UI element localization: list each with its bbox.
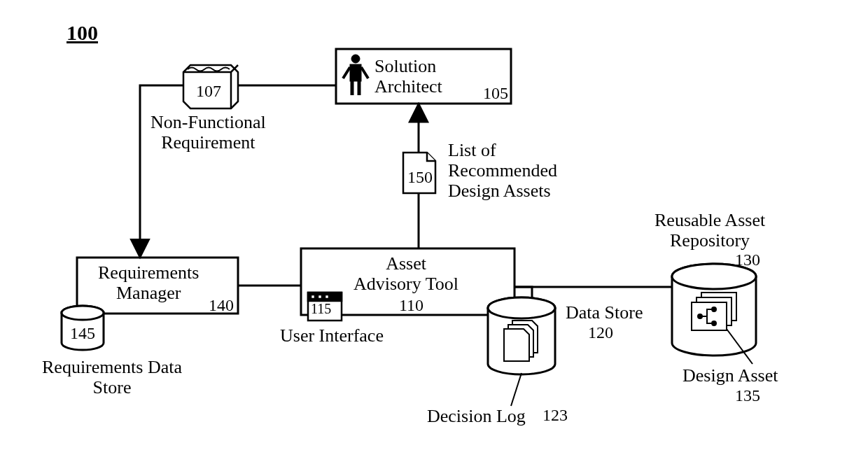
svg-rect-12 [325, 295, 329, 299]
req-ds-ref: 145 [70, 324, 95, 343]
design-asset-cards-icon [692, 293, 736, 330]
design-asset-ref: 135 [735, 386, 760, 405]
svg-point-0 [351, 55, 360, 63]
svg-rect-1 [350, 64, 361, 81]
nfr-ref: 107 [196, 82, 221, 101]
design-asset-label: Design Asset [682, 365, 778, 386]
solution-architect-label: Solution Architect [374, 56, 442, 97]
data-store-ref: 120 [588, 323, 613, 342]
decision-log-docs-icon [504, 321, 538, 361]
person-icon [343, 55, 368, 95]
rec-list-label: List of Recommended Design Assets [448, 140, 557, 201]
repo-ref: 130 [735, 251, 760, 269]
svg-point-14 [488, 297, 555, 318]
asset-tool-ref: 110 [399, 296, 424, 315]
req-ds-label: Requirements Data Store [42, 357, 182, 398]
svg-point-7 [62, 306, 104, 320]
asset-tool-label: Asset Advisory Tool [354, 253, 458, 294]
data-store-label: Data Store [566, 302, 643, 323]
decision-log-label: Decision Log [427, 406, 526, 426]
req-mgr-ref: 140 [209, 296, 234, 315]
nfr-label: Non-Functional Requirement [150, 112, 266, 153]
svg-rect-19 [692, 302, 727, 330]
req-mgr-label: Requirements Manager [98, 262, 199, 303]
repo-label: Reusable Asset Repository [654, 210, 765, 251]
svg-rect-10 [311, 295, 315, 299]
decision-log-ref: 123 [542, 406, 568, 425]
ui-ref: 115 [311, 301, 331, 316]
pointer-decision-log [511, 373, 522, 406]
ui-label: User Interface [280, 325, 384, 346]
svg-line-2 [343, 67, 350, 78]
svg-line-3 [361, 67, 368, 78]
solution-architect-ref: 105 [483, 84, 508, 103]
rec-list-ref: 150 [407, 168, 433, 187]
svg-rect-11 [318, 295, 322, 299]
arrow-nfr-to-reqmgr [140, 85, 183, 258]
